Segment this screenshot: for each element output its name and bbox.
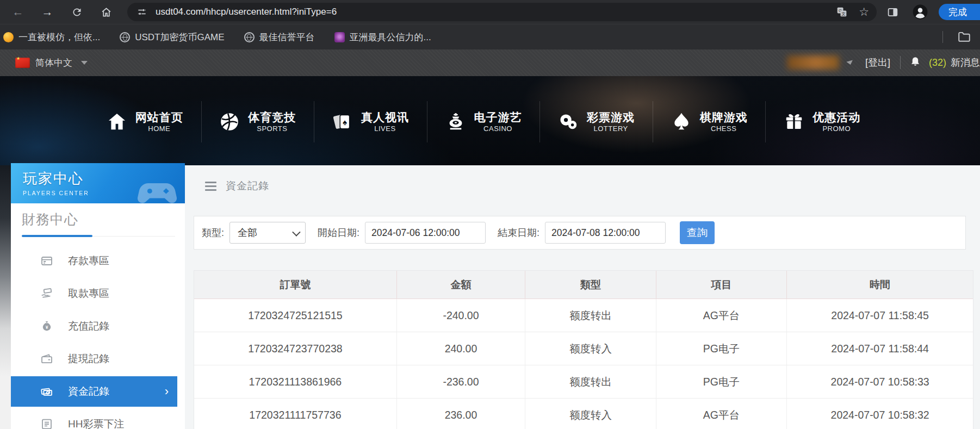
finance-center-title: 財務中心	[22, 210, 78, 228]
globe-favicon	[120, 32, 130, 42]
select-caret-icon	[292, 228, 301, 237]
nav-label-zh: 体育竞技	[248, 110, 296, 125]
back-icon[interactable]: ←	[10, 4, 26, 20]
topbar-divider	[900, 56, 901, 69]
table-header-cell: 類型	[525, 271, 656, 299]
players-center-title: 玩家中心	[23, 169, 89, 188]
nav-label-en: PROMO	[822, 125, 851, 133]
profile-avatar-icon[interactable]	[913, 4, 928, 20]
bell-icon[interactable]	[909, 56, 921, 69]
nav-item-promo[interactable]: 优惠活动PROMO	[765, 101, 878, 142]
nav-label-en: CASINO	[483, 125, 512, 133]
search-button[interactable]: 查詢	[680, 221, 715, 244]
nav-item-lottery[interactable]: 彩票游戏LOTTERY	[539, 101, 653, 142]
bookmarks-list: 一直被模仿，但依...USDT加密货币GAME最佳信誉平台亚洲最具公信力的...	[3, 31, 451, 43]
browser-toolbar: ← → usdt04.com/hhcp/usercenter.html?iniT…	[0, 0, 980, 24]
nav-item-lives[interactable]: ♠真人视讯LIVES	[314, 101, 427, 142]
bookmark-item[interactable]: USDT加密货币GAME	[120, 31, 224, 43]
sidebar-item[interactable]: HH彩票下注›	[11, 408, 185, 429]
site-topbar: 简体中文 [登出] (32) 新消息	[0, 49, 980, 76]
bookmark-item[interactable]: 亚洲最具公信力的...	[334, 31, 431, 43]
url-bar[interactable]: usdt04.com/hhcp/usercenter.html?iniType=…	[127, 3, 877, 21]
bookmarks-folder-icon[interactable]	[957, 30, 971, 44]
bookmark-label: 一直被模仿，但依...	[18, 31, 100, 43]
table-header-cell: 金額	[396, 271, 525, 299]
home-browser-icon[interactable]	[98, 4, 114, 20]
type-select-value: 全部	[238, 226, 257, 239]
start-date-label: 開始日期:	[318, 226, 359, 239]
sidebar-item-label: 存款專區	[68, 254, 109, 268]
end-date-input[interactable]: 2024-07-08 12:00:00	[545, 222, 666, 244]
nav-label-zh: 网站首页	[135, 110, 183, 125]
sidebar-item-label: HH彩票下注	[68, 417, 124, 429]
sidebar-item[interactable]: ¥充值記錄›	[11, 310, 185, 343]
type-filter-label: 類型:	[202, 226, 224, 239]
sidebar-item-label: 提現記錄	[68, 352, 109, 366]
table-header-cell: 時間	[787, 271, 973, 299]
logout-link[interactable]: [登出]	[865, 56, 890, 69]
svg-text:♠: ♠	[343, 117, 347, 127]
username-blurred[interactable]	[787, 55, 839, 70]
section-accent-bar	[22, 235, 92, 237]
home-icon	[107, 111, 127, 132]
table-cell: PG电子	[656, 332, 787, 365]
table-cell: 236.00	[396, 399, 525, 429]
table-cell: AG平台	[656, 399, 787, 429]
sidebar-item[interactable]: 取款專區›	[11, 277, 185, 310]
sidebar-item[interactable]: 存款專區›	[11, 245, 185, 277]
translate-icon[interactable]: G文	[835, 5, 849, 19]
sidebar-item[interactable]: 資金記錄›	[11, 376, 177, 407]
type-select[interactable]: 全部	[230, 222, 306, 244]
main-nav-bar: 网站首页HOME体育竞技SPORTS♠真人视讯LIVES电子游艺CASINO彩票…	[0, 76, 980, 165]
gift-icon	[784, 111, 804, 132]
language-caret-icon[interactable]	[81, 61, 88, 65]
user-menu-caret-icon[interactable]	[846, 60, 853, 65]
lottery-balls-icon	[558, 111, 579, 132]
table-header-cell: 訂單號	[194, 271, 396, 299]
bookmarks-bar: 一直被模仿，但依...USDT加密货币GAME最佳信誉平台亚洲最具公信力的...	[0, 24, 980, 49]
gamepad-icon	[135, 167, 179, 200]
breadcrumb: 資金記錄	[205, 179, 269, 193]
table-cell: 1720321113861966	[194, 365, 396, 399]
table-row: 1720324725121515-240.00额度转出AG平台2024-07-0…	[194, 299, 973, 332]
table-cell: 1720324725121515	[194, 299, 396, 332]
sidebar-item-label: 資金記錄	[68, 384, 109, 399]
nav-item-sports[interactable]: 体育竞技SPORTS	[201, 101, 314, 142]
records-table-card: 訂單號金額類型項目時間 1720324725121515-240.00额度转出A…	[194, 270, 973, 429]
table-cell: -240.00	[396, 299, 525, 332]
funds-icon	[40, 385, 53, 398]
nav-label-en: LIVES	[374, 125, 395, 133]
cashout-icon	[40, 352, 53, 365]
bookmark-item[interactable]: 一直被模仿，但依...	[3, 31, 100, 43]
sidebar-item-label: 充值記錄	[68, 319, 109, 333]
table-cell: 额度转入	[525, 332, 656, 365]
message-label[interactable]: 新消息	[951, 56, 980, 69]
site-settings-icon[interactable]	[135, 5, 149, 19]
done-button[interactable]: 完成	[939, 4, 980, 20]
language-label[interactable]: 简体中文	[35, 57, 72, 69]
sidebar-item[interactable]: 提現記錄›	[11, 343, 185, 375]
table-row: 1720324723770238240.00额度转入PG电子2024-07-07…	[194, 332, 973, 365]
nav-item-casino[interactable]: 电子游艺CASINO	[427, 101, 540, 142]
url-text[interactable]: usdt04.com/hhcp/usercenter.html?iniType=…	[156, 7, 835, 17]
nav-item-home[interactable]: 网站首页HOME	[89, 101, 201, 142]
globe-favicon	[244, 32, 255, 42]
bookmark-star-icon[interactable]: ☆	[859, 5, 869, 18]
nav-label-zh: 彩票游戏	[587, 110, 635, 125]
side-panel-icon[interactable]	[884, 4, 901, 20]
nav-item-chess[interactable]: 棋牌游戏CHESS	[653, 101, 766, 142]
bookmark-label: USDT加密货币GAME	[135, 31, 224, 43]
refresh-icon[interactable]	[69, 4, 85, 20]
bookmarks-divider	[942, 31, 943, 43]
bookmark-item[interactable]: 最佳信誉平台	[244, 31, 315, 43]
nav-label-zh: 真人视讯	[361, 110, 409, 125]
forward-icon[interactable]: →	[39, 4, 55, 20]
nav-label-en: LOTTERY	[593, 125, 628, 133]
start-date-input[interactable]: 2024-07-06 12:00:00	[365, 222, 486, 244]
deposit-icon	[40, 254, 53, 268]
menu-hamburger-icon[interactable]	[205, 182, 216, 191]
lottery-bet-icon	[40, 418, 53, 429]
table-cell: 1720324723770238	[194, 332, 396, 365]
message-count[interactable]: (32)	[929, 57, 946, 69]
emoji-favicon	[3, 32, 14, 42]
